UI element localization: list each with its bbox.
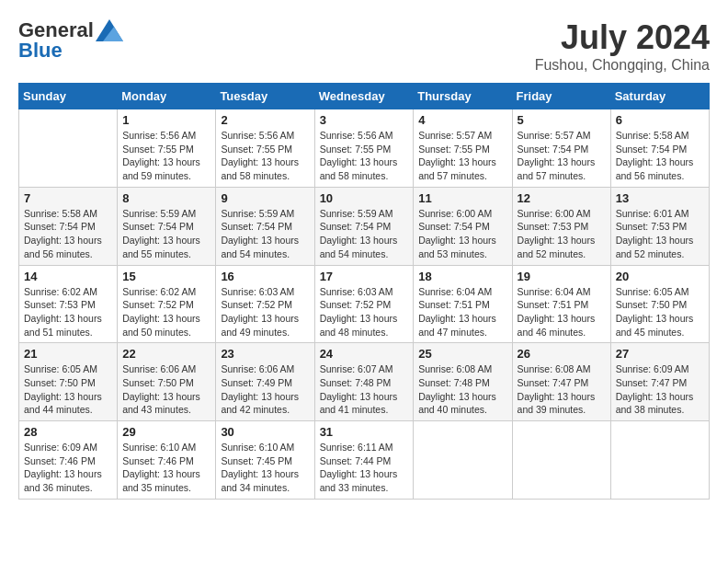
column-header-monday: Monday xyxy=(118,84,216,109)
cell-info: Sunrise: 6:09 AMSunset: 7:47 PMDaylight:… xyxy=(616,362,704,417)
calendar-cell: 26Sunrise: 6:08 AMSunset: 7:47 PMDayligh… xyxy=(512,343,610,421)
day-number: 7 xyxy=(24,191,112,205)
day-number: 8 xyxy=(122,191,210,205)
month-year-title: July 2024 xyxy=(535,18,710,57)
day-number: 5 xyxy=(518,113,606,127)
day-number: 22 xyxy=(122,347,210,361)
cell-info: Sunrise: 6:03 AMSunset: 7:52 PMDaylight:… xyxy=(320,285,409,339)
column-header-saturday: Saturday xyxy=(610,84,709,109)
calendar-cell: 12Sunrise: 6:00 AMSunset: 7:53 PMDayligh… xyxy=(512,187,610,265)
cell-info: Sunrise: 6:06 AMSunset: 7:50 PMDaylight:… xyxy=(122,362,210,417)
day-number: 19 xyxy=(518,270,606,283)
cell-info: Sunrise: 6:04 AMSunset: 7:51 PMDaylight:… xyxy=(518,285,606,339)
page-header: General Blue July 2024 Fushou, Chongqing… xyxy=(18,18,710,74)
cell-info: Sunrise: 6:02 AMSunset: 7:52 PMDaylight:… xyxy=(122,285,210,339)
calendar-cell: 30Sunrise: 6:10 AMSunset: 7:45 PMDayligh… xyxy=(216,421,314,500)
day-number: 11 xyxy=(418,191,506,205)
calendar-cell: 11Sunrise: 6:00 AMSunset: 7:54 PMDayligh… xyxy=(414,187,512,265)
day-number: 28 xyxy=(24,425,112,439)
calendar-week-row: 1Sunrise: 5:56 AMSunset: 7:55 PMDaylight… xyxy=(19,109,710,188)
calendar-header-row: SundayMondayTuesdayWednesdayThursdayFrid… xyxy=(19,84,710,109)
cell-info: Sunrise: 6:11 AMSunset: 7:44 PMDaylight:… xyxy=(320,441,409,495)
cell-info: Sunrise: 5:59 AMSunset: 7:54 PMDaylight:… xyxy=(221,207,309,261)
calendar-cell: 3Sunrise: 5:56 AMSunset: 7:55 PMDaylight… xyxy=(314,109,414,188)
calendar-cell xyxy=(19,109,118,188)
cell-info: Sunrise: 6:05 AMSunset: 7:50 PMDaylight:… xyxy=(24,362,112,417)
location-subtitle: Fushou, Chongqing, China xyxy=(535,57,710,74)
cell-info: Sunrise: 5:58 AMSunset: 7:54 PMDaylight:… xyxy=(616,129,704,183)
day-number: 9 xyxy=(221,191,309,205)
column-header-tuesday: Tuesday xyxy=(216,84,314,109)
logo-icon xyxy=(96,19,123,41)
calendar-week-row: 21Sunrise: 6:05 AMSunset: 7:50 PMDayligh… xyxy=(19,343,710,421)
cell-info: Sunrise: 6:07 AMSunset: 7:48 PMDaylight:… xyxy=(320,362,409,417)
calendar-cell: 21Sunrise: 6:05 AMSunset: 7:50 PMDayligh… xyxy=(19,343,118,421)
calendar-cell: 31Sunrise: 6:11 AMSunset: 7:44 PMDayligh… xyxy=(314,421,414,500)
cell-info: Sunrise: 6:06 AMSunset: 7:49 PMDaylight:… xyxy=(221,362,309,417)
calendar-cell: 24Sunrise: 6:07 AMSunset: 7:48 PMDayligh… xyxy=(314,343,414,421)
calendar-cell: 29Sunrise: 6:10 AMSunset: 7:46 PMDayligh… xyxy=(118,421,216,500)
calendar-week-row: 28Sunrise: 6:09 AMSunset: 7:46 PMDayligh… xyxy=(19,421,710,500)
cell-info: Sunrise: 6:09 AMSunset: 7:46 PMDaylight:… xyxy=(24,441,112,495)
calendar-cell xyxy=(610,421,709,500)
day-number: 24 xyxy=(320,347,409,361)
calendar-cell: 5Sunrise: 5:57 AMSunset: 7:54 PMDaylight… xyxy=(512,109,610,188)
day-number: 30 xyxy=(221,425,309,439)
cell-info: Sunrise: 6:08 AMSunset: 7:47 PMDaylight:… xyxy=(518,362,606,417)
day-number: 13 xyxy=(616,191,704,205)
calendar-cell: 17Sunrise: 6:03 AMSunset: 7:52 PMDayligh… xyxy=(314,265,414,343)
day-number: 29 xyxy=(122,425,210,439)
cell-info: Sunrise: 5:56 AMSunset: 7:55 PMDaylight:… xyxy=(221,129,309,183)
column-header-friday: Friday xyxy=(512,84,610,109)
calendar-cell: 7Sunrise: 5:58 AMSunset: 7:54 PMDaylight… xyxy=(19,187,118,265)
day-number: 21 xyxy=(24,347,112,361)
column-header-thursday: Thursday xyxy=(414,84,512,109)
calendar-cell: 14Sunrise: 6:02 AMSunset: 7:53 PMDayligh… xyxy=(19,265,118,343)
day-number: 27 xyxy=(616,347,704,361)
column-header-wednesday: Wednesday xyxy=(314,84,414,109)
cell-info: Sunrise: 6:05 AMSunset: 7:50 PMDaylight:… xyxy=(616,285,704,339)
title-block: July 2024 Fushou, Chongqing, China xyxy=(535,18,710,74)
cell-info: Sunrise: 5:59 AMSunset: 7:54 PMDaylight:… xyxy=(320,207,409,261)
day-number: 18 xyxy=(418,270,506,283)
cell-info: Sunrise: 5:59 AMSunset: 7:54 PMDaylight:… xyxy=(122,207,210,261)
cell-info: Sunrise: 6:10 AMSunset: 7:45 PMDaylight:… xyxy=(221,441,309,495)
cell-info: Sunrise: 5:56 AMSunset: 7:55 PMDaylight:… xyxy=(320,129,409,183)
calendar-cell: 13Sunrise: 6:01 AMSunset: 7:53 PMDayligh… xyxy=(610,187,709,265)
calendar-cell xyxy=(512,421,610,500)
cell-info: Sunrise: 6:00 AMSunset: 7:54 PMDaylight:… xyxy=(418,207,506,261)
cell-info: Sunrise: 5:58 AMSunset: 7:54 PMDaylight:… xyxy=(24,207,112,261)
calendar-cell: 9Sunrise: 5:59 AMSunset: 7:54 PMDaylight… xyxy=(216,187,314,265)
cell-info: Sunrise: 5:57 AMSunset: 7:55 PMDaylight:… xyxy=(418,129,506,183)
calendar-cell: 6Sunrise: 5:58 AMSunset: 7:54 PMDaylight… xyxy=(610,109,709,188)
calendar-cell: 10Sunrise: 5:59 AMSunset: 7:54 PMDayligh… xyxy=(314,187,414,265)
day-number: 15 xyxy=(122,270,210,283)
cell-info: Sunrise: 5:57 AMSunset: 7:54 PMDaylight:… xyxy=(518,129,606,183)
day-number: 12 xyxy=(518,191,606,205)
day-number: 10 xyxy=(320,191,409,205)
calendar-cell: 27Sunrise: 6:09 AMSunset: 7:47 PMDayligh… xyxy=(610,343,709,421)
calendar-cell: 18Sunrise: 6:04 AMSunset: 7:51 PMDayligh… xyxy=(414,265,512,343)
calendar-cell: 16Sunrise: 6:03 AMSunset: 7:52 PMDayligh… xyxy=(216,265,314,343)
day-number: 26 xyxy=(518,347,606,361)
cell-info: Sunrise: 6:02 AMSunset: 7:53 PMDaylight:… xyxy=(24,285,112,339)
day-number: 1 xyxy=(122,113,210,127)
calendar-cell: 8Sunrise: 5:59 AMSunset: 7:54 PMDaylight… xyxy=(118,187,216,265)
calendar-cell: 20Sunrise: 6:05 AMSunset: 7:50 PMDayligh… xyxy=(610,265,709,343)
day-number: 16 xyxy=(221,270,309,283)
day-number: 31 xyxy=(320,425,409,439)
day-number: 3 xyxy=(320,113,409,127)
cell-info: Sunrise: 6:00 AMSunset: 7:53 PMDaylight:… xyxy=(518,207,606,261)
cell-info: Sunrise: 6:10 AMSunset: 7:46 PMDaylight:… xyxy=(122,441,210,495)
calendar-cell xyxy=(414,421,512,500)
cell-info: Sunrise: 6:03 AMSunset: 7:52 PMDaylight:… xyxy=(221,285,309,339)
day-number: 23 xyxy=(221,347,309,361)
calendar-cell: 1Sunrise: 5:56 AMSunset: 7:55 PMDaylight… xyxy=(118,109,216,188)
cell-info: Sunrise: 6:01 AMSunset: 7:53 PMDaylight:… xyxy=(616,207,704,261)
calendar-week-row: 14Sunrise: 6:02 AMSunset: 7:53 PMDayligh… xyxy=(19,265,710,343)
calendar-cell: 28Sunrise: 6:09 AMSunset: 7:46 PMDayligh… xyxy=(19,421,118,500)
day-number: 20 xyxy=(616,270,704,283)
logo: General Blue xyxy=(18,18,123,63)
calendar-cell: 22Sunrise: 6:06 AMSunset: 7:50 PMDayligh… xyxy=(118,343,216,421)
day-number: 2 xyxy=(221,113,309,127)
